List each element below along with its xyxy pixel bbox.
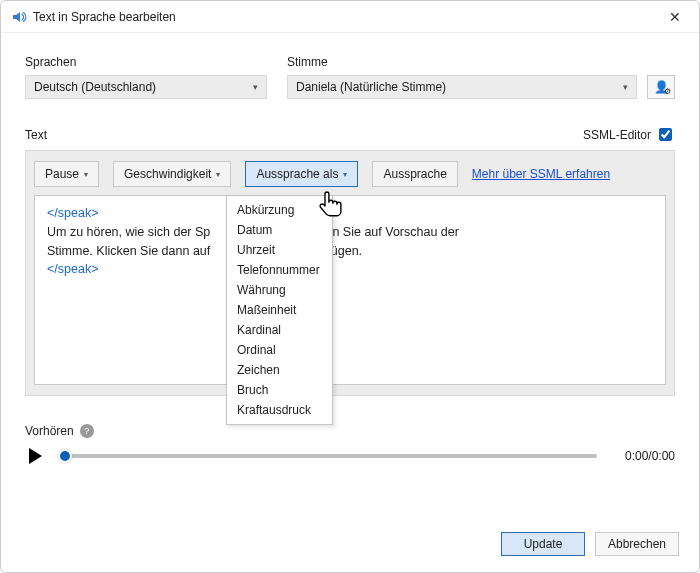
editor-fragment: Stimme. Klicken Sie dann auf xyxy=(47,244,210,258)
chevron-down-icon: ▾ xyxy=(343,170,347,179)
menu-item-expletive[interactable]: Kraftausdruck xyxy=(227,400,332,420)
menu-item-time[interactable]: Uhrzeit xyxy=(227,240,332,260)
pause-button-label: Pause xyxy=(45,167,79,181)
voice-label: Stimme xyxy=(287,55,675,69)
menu-item-cardinal[interactable]: Kardinal xyxy=(227,320,332,340)
menu-item-abbreviation[interactable]: Abkürzung xyxy=(227,200,332,220)
gear-icon: ⚙ xyxy=(664,88,671,96)
pronunciation-button-label: Aussprache xyxy=(383,167,446,181)
window-title: Text in Sprache bearbeiten xyxy=(33,10,176,24)
ssml-tag: </speak> xyxy=(47,206,98,220)
menu-item-phone[interactable]: Telefonnummer xyxy=(227,260,332,280)
language-select-value: Deutsch (Deutschland) xyxy=(34,80,156,94)
ssml-editor-label: SSML-Editor xyxy=(583,128,651,142)
chevron-down-icon: ▾ xyxy=(84,170,88,179)
menu-item-characters[interactable]: Zeichen xyxy=(227,360,332,380)
editor-fragment: Um zu hören, wie sich der Sp xyxy=(47,225,210,239)
slider-knob[interactable] xyxy=(58,449,72,463)
ssml-editor-toggle[interactable]: SSML-Editor xyxy=(583,125,675,144)
editor-frame: Pause ▾ Geschwindigkeit ▾ Aussprache als… xyxy=(25,150,675,396)
menu-item-unit[interactable]: Maßeinheit xyxy=(227,300,332,320)
titlebar: Text in Sprache bearbeiten ✕ xyxy=(1,1,699,33)
ssml-learn-more-link[interactable]: Mehr über SSML erfahren xyxy=(472,167,610,181)
say-as-dropdown: Abkürzung Datum Uhrzeit Telefonnummer Wä… xyxy=(226,195,333,425)
ssml-text-editor[interactable]: </speak> Um zu hören, wie sich der Sp ke… xyxy=(34,195,666,385)
play-button[interactable] xyxy=(25,448,45,464)
say-as-button-label: Aussprache als xyxy=(256,167,338,181)
cancel-button[interactable]: Abbrechen xyxy=(595,532,679,556)
languages-label: Sprachen xyxy=(25,55,267,69)
pause-button[interactable]: Pause ▾ xyxy=(34,161,99,187)
playback-time: 0:00/0:00 xyxy=(611,449,675,463)
speed-button[interactable]: Geschwindigkeit ▾ xyxy=(113,161,231,187)
menu-item-ordinal[interactable]: Ordinal xyxy=(227,340,332,360)
play-icon xyxy=(29,448,42,464)
pronunciation-button[interactable]: Aussprache xyxy=(372,161,457,187)
voice-select[interactable]: Daniela (Natürliche Stimme) ▾ xyxy=(287,75,637,99)
chevron-down-icon: ▾ xyxy=(253,82,258,92)
say-as-button[interactable]: Aussprache als ▾ xyxy=(245,161,358,187)
language-select[interactable]: Deutsch (Deutschland) ▾ xyxy=(25,75,267,99)
voice-settings-button[interactable]: 👤 ⚙ xyxy=(647,75,675,99)
ssml-editor-checkbox[interactable] xyxy=(659,128,672,141)
chevron-down-icon: ▾ xyxy=(216,170,220,179)
speed-button-label: Geschwindigkeit xyxy=(124,167,211,181)
chevron-down-icon: ▾ xyxy=(623,82,628,92)
ssml-tag: </speak> xyxy=(47,262,98,276)
help-icon[interactable]: ? xyxy=(80,424,94,438)
menu-item-fraction[interactable]: Bruch xyxy=(227,380,332,400)
playback-slider[interactable] xyxy=(59,454,597,458)
voice-select-value: Daniela (Natürliche Stimme) xyxy=(296,80,446,94)
close-icon[interactable]: ✕ xyxy=(663,7,687,27)
menu-item-date[interactable]: Datum xyxy=(227,220,332,240)
editor-fragment: ken Sie auf Vorschau der xyxy=(319,225,459,239)
app-icon xyxy=(11,9,27,25)
preview-label: Vorhören xyxy=(25,424,74,438)
menu-item-currency[interactable]: Währung xyxy=(227,280,332,300)
text-label: Text xyxy=(25,128,47,142)
update-button[interactable]: Update xyxy=(501,532,585,556)
